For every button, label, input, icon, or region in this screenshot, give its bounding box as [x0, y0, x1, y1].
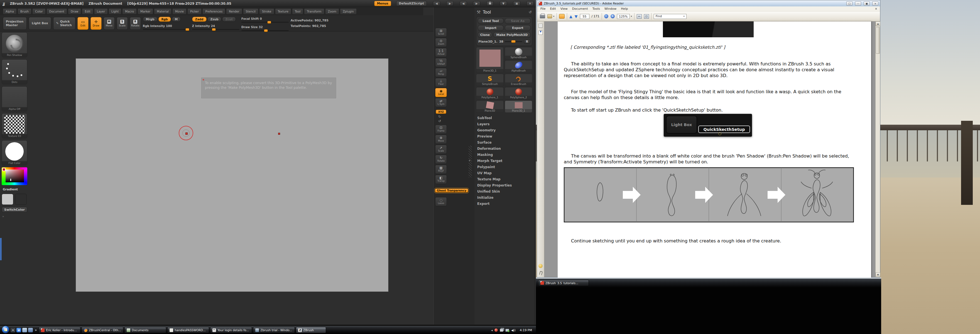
taskbar-button-active[interactable]: ZBrush — [296, 327, 326, 333]
pages-panel-icon[interactable] — [538, 24, 542, 28]
maximize-icon[interactable]: ▣ — [864, 2, 870, 6]
lasso-button[interactable]: ◌Lasso — [435, 197, 447, 206]
color-picker[interactable] — [2, 167, 27, 185]
zbrush-menu-item[interactable]: Brush — [18, 8, 32, 14]
zbrush-menu-item[interactable]: Texture — [275, 8, 291, 14]
zbrush-menu-item[interactable]: Movie — [172, 8, 186, 14]
close-document-icon[interactable]: × — [875, 7, 879, 10]
tool-section-header[interactable]: Texture Map — [477, 176, 534, 182]
zbrush-canvas[interactable]: To enable sculpting, please convert this… — [76, 59, 388, 292]
adobe-menu-item[interactable]: View — [558, 7, 570, 11]
gradient-label[interactable]: Gradient — [2, 187, 29, 192]
current-texture-thumb[interactable]: Texture 03 — [2, 113, 27, 138]
light-box-button[interactable]: Light Box — [29, 17, 51, 30]
taskbar-button[interactable]: Eric Keller - Introduc... — [39, 327, 80, 333]
tool-section-header[interactable]: Layers — [477, 121, 534, 127]
zoom-out-icon[interactable]: – — [604, 14, 608, 18]
tray-app-icon[interactable] — [495, 328, 498, 332]
pdf-page[interactable]: [ Corresponding *.ztl file labeled '01_f… — [558, 21, 871, 278]
tray-chevron-icon[interactable]: ◂ — [491, 329, 493, 332]
start-button[interactable] — [2, 326, 10, 334]
tool-thumb[interactable]: SSimpleBrush — [476, 74, 504, 86]
edit-mode-button[interactable]: ▭Edit — [77, 17, 89, 30]
find-dropdown-icon[interactable]: ▾ — [684, 14, 685, 19]
rotate-y-icon[interactable]: ↺ — [438, 119, 441, 123]
zbrush-menu-item[interactable]: Render — [226, 8, 242, 14]
zbrush-menu-item[interactable]: Light — [108, 8, 121, 14]
draw-size-slider[interactable]: Draw Size 32 — [241, 24, 289, 31]
current-tool-thumb[interactable]: Plane3D_1 — [476, 47, 504, 73]
zbrush-menu-item[interactable]: Picker — [188, 8, 202, 14]
tool-section-header[interactable]: Export — [477, 201, 534, 207]
fit-page-icon[interactable]: ⊡ — [644, 14, 649, 19]
next-doc-icon[interactable]: ▶ — [473, 1, 480, 6]
tool-thumb[interactable]: SphereBrush — [505, 47, 532, 59]
close-icon[interactable]: × — [872, 2, 878, 6]
quick-sketch-button[interactable]: ✎Quick Sketch — [53, 17, 75, 30]
restore-down-icon[interactable]: ▢ — [846, 2, 853, 6]
m-button[interactable]: M — [172, 17, 181, 22]
adobe-menu-item[interactable]: Window — [602, 7, 619, 11]
current-brush-thumb[interactable]: Pen Shadow — [2, 32, 27, 57]
save-dropdown-icon[interactable]: ▾ — [553, 15, 554, 17]
zoom-level-input[interactable]: 125% — [617, 14, 630, 19]
zbrush-menu-item[interactable]: Zplugin — [340, 8, 356, 14]
zbrush-menu-item[interactable]: Layer — [94, 8, 108, 14]
r-button[interactable]: R — [524, 40, 530, 44]
taskbar-button[interactable]: ZBrush_3.5_tutorials... — [538, 280, 589, 286]
bookmarks-panel-icon[interactable] — [538, 30, 542, 35]
internet-explorer-icon[interactable]: e — [16, 328, 21, 332]
zbrush-menu-item[interactable]: Transform — [304, 8, 324, 14]
tool-thumb[interactable]: CEraserBrush — [505, 74, 532, 86]
tool-thumb[interactable]: AlphaBrush — [505, 60, 532, 73]
lock-icon[interactable] — [486, 1, 494, 6]
focal-shift-slider[interactable]: Focal Shift 0 — [241, 16, 289, 23]
tool-section-header[interactable]: SubTool — [477, 115, 534, 121]
make-polymesh3d-button[interactable]: Make PolyMesh3D — [493, 32, 531, 38]
next-page-icon[interactable]: ▼ — [574, 14, 578, 19]
collaborate-icon[interactable] — [559, 14, 565, 19]
network-icon[interactable] — [505, 329, 509, 332]
tool-thumb[interactable]: PolySphere_2 — [505, 87, 532, 99]
zbrush-menu-item[interactable]: Zoom — [325, 8, 339, 14]
menus-toggle-button[interactable]: Menus — [374, 1, 391, 6]
zbrush-menu-item[interactable]: Tool — [292, 8, 303, 14]
default-zscript-button[interactable]: DefaultZScript — [396, 1, 427, 6]
zbrush-menu-item[interactable]: Color — [32, 8, 45, 14]
adobe-menu-item[interactable]: Document — [570, 7, 590, 11]
scale-mode-button[interactable]: SScale — [117, 17, 128, 30]
window-switcher-icon[interactable] — [28, 328, 33, 332]
zoom-in-icon[interactable]: + — [611, 14, 615, 18]
close-icon[interactable]: × — [527, 1, 534, 6]
print-icon[interactable] — [540, 14, 545, 18]
zoom-dropdown-icon[interactable]: ▾ — [631, 15, 632, 17]
rotate-mode-button[interactable]: RRotate — [130, 17, 141, 30]
tool-section-header[interactable]: Preview — [477, 133, 534, 140]
rgb-button[interactable]: Rgb — [158, 17, 171, 22]
current-alpha-thumb[interactable]: Alpha Off — [2, 86, 27, 111]
secondary-color-swatch[interactable] — [15, 194, 27, 205]
tool-section-header[interactable]: Display Properties — [477, 182, 534, 188]
scroll-down-icon[interactable]: ▼ — [876, 272, 880, 277]
zbrush-menu-item[interactable]: Preferences — [202, 8, 225, 14]
tool-section-header[interactable]: Unified Skin — [477, 188, 534, 194]
tool-thumb[interactable]: Plane3D — [476, 100, 504, 113]
zbrush-menu-item[interactable]: Marker — [138, 8, 153, 14]
tool-section-header[interactable]: UV Map — [477, 170, 534, 176]
attachments-panel-icon[interactable] — [538, 271, 542, 275]
fit-width-icon[interactable]: ↔ — [637, 14, 642, 19]
tool-thumb-selected[interactable]: Plane3D_1 — [505, 100, 532, 113]
zbrush-menu-item[interactable]: Material — [154, 8, 172, 14]
tool-scale-slider[interactable]: Plane3D_1. 38 R — [478, 39, 531, 44]
adobe-menu-item[interactable]: File — [538, 7, 547, 11]
projection-master-button[interactable]: Projection Master — [3, 17, 27, 30]
tool-section-header[interactable]: Deformation — [477, 146, 534, 152]
scroll-up-icon[interactable]: ▲ — [876, 21, 880, 26]
save-copy-icon[interactable] — [547, 14, 552, 18]
page-number-input[interactable]: 55 — [580, 14, 589, 19]
refresh-icon[interactable]: ↺ — [529, 10, 532, 14]
taskbar-button[interactable]: ZBrushCentral - Oth... — [81, 327, 123, 333]
tool-section-header[interactable]: Masking — [477, 152, 534, 158]
import-button[interactable]: Import — [478, 25, 504, 31]
adobe-menu-item[interactable]: Help — [619, 7, 630, 11]
